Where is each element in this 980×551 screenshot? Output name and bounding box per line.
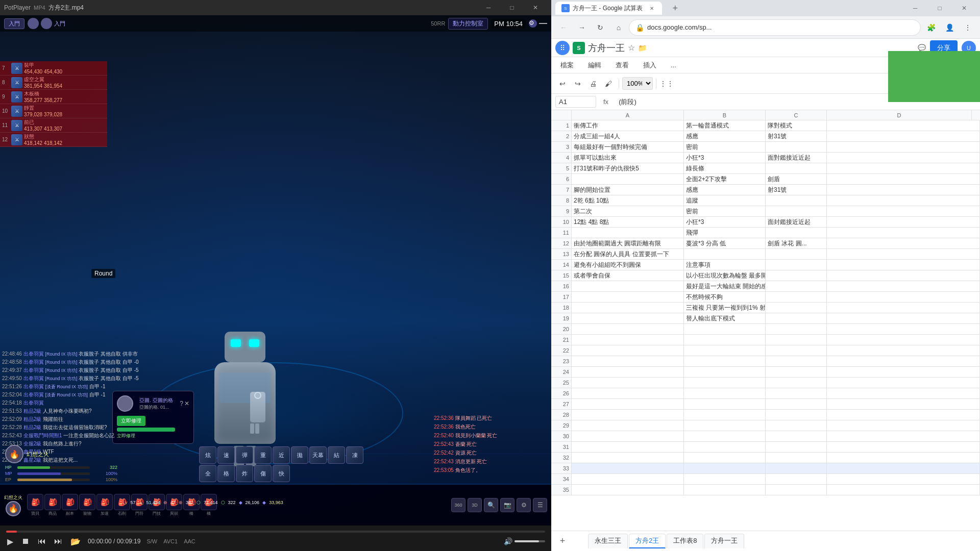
cell-c15[interactable] [766,270,827,281]
col-header-a[interactable]: A [572,110,684,120]
cell-b27[interactable] [684,399,766,409]
npc-dialog-close[interactable]: ✕ [184,400,189,407]
cell-c5[interactable] [766,163,827,173]
cell-c10[interactable]: 面封鑑接近近起 [766,217,827,227]
cell-a28[interactable] [572,410,684,420]
cell-a15[interactable]: 或者學會自保 [572,270,684,281]
cell-c32[interactable] [766,453,827,463]
table-row[interactable]: 26 [551,388,980,399]
cell-d9[interactable] [827,206,980,216]
home-button[interactable]: ⌂ [610,19,627,36]
cell-a35[interactable] [572,485,684,495]
table-row[interactable]: 17 不然時候不夠 [551,292,980,303]
table-row[interactable]: 29 [551,420,980,431]
cell-b1[interactable]: 第一輪普通模式 [684,120,766,131]
cell-c27[interactable] [766,399,827,409]
cell-a18[interactable] [572,303,684,313]
table-row[interactable]: 3 每組最好有一個對時候完備 密前 [551,142,980,153]
open-button[interactable]: 📂 [69,537,82,546]
extensions-button[interactable]: 🧩 [923,19,939,36]
cell-c35[interactable] [766,485,827,495]
cell-c6[interactable]: 劍盾 [766,174,827,184]
volume-control[interactable]: 🔊 [504,537,545,545]
more-tools-button[interactable]: ⋮⋮ [659,77,674,91]
progress-bar[interactable] [6,531,545,533]
sheet-tab-永生三王[interactable]: 永生三王 [588,534,628,548]
cell-d2[interactable] [827,131,980,141]
cell-b15[interactable]: 以小狂出現次數為輪盤 最多開20 [684,270,766,281]
cell-d7[interactable] [827,185,980,195]
close-button[interactable]: ✕ [524,0,547,15]
cell-d23[interactable] [827,356,980,366]
cell-d3[interactable] [827,142,980,152]
cell-d4[interactable] [827,153,980,163]
cell-a33[interactable] [572,463,684,473]
cell-d18[interactable] [827,303,980,313]
cell-b18[interactable]: 三複複 只要第一複到到1% 射91 [684,303,766,313]
npc-dialog-help[interactable]: ? [180,400,183,407]
cell-d10[interactable] [827,217,980,227]
cell-a1[interactable]: 衝傳工作 [572,120,684,131]
table-row[interactable]: 6 全面2+2下攻擊 劍盾 [551,174,980,185]
cell-b32[interactable] [684,453,766,463]
url-bar[interactable]: 🔒 docs.google.com/sp... [629,19,921,36]
cell-a19[interactable] [572,313,684,323]
table-row[interactable]: 23 [551,356,980,367]
table-row[interactable]: 15 或者學會自保 以小狂出現次數為輪盤 最多開20 [551,270,980,281]
cell-reference[interactable]: A1 [555,96,596,108]
cell-c13[interactable] [766,249,827,259]
forward-button[interactable]: → [574,19,590,36]
cell-a8[interactable]: 2乾 6點 10點 [572,195,684,206]
menu-more[interactable]: ... [668,59,679,71]
cell-d5[interactable] [827,163,980,173]
menu-view[interactable]: 查看 [612,59,632,72]
profile-button[interactable]: 👤 [941,19,958,36]
cell-a14[interactable]: 避免有小組組吃不到圓保 [572,260,684,270]
cell-b25[interactable] [684,378,766,388]
sheet-tab-方舟一王[interactable]: 方舟一王 [704,534,744,548]
table-row[interactable]: 8 2乾 6點 10點 追蹤 [551,195,980,206]
cell-d17[interactable] [827,292,980,302]
volume-bar[interactable] [514,540,545,542]
col-header-d[interactable]: D [827,110,972,120]
menu-edit[interactable]: 編輯 [585,59,604,72]
table-row[interactable]: 19 替人輸出底下模式 [551,313,980,324]
play-button[interactable]: ▶ [6,537,14,546]
new-tab-button[interactable]: + [668,1,682,15]
refresh-button[interactable]: ↻ [592,19,608,36]
redo-button[interactable]: ↪ [571,77,585,91]
table-row[interactable]: 27 [551,399,980,410]
cell-a17[interactable] [572,292,684,302]
table-row[interactable]: 31 [551,442,980,453]
table-row[interactable]: 14 避免有小組組吃不到圓保 注意事項 [551,260,980,270]
cell-b22[interactable] [684,345,766,356]
back-button[interactable]: ← [555,19,572,36]
cell-a22[interactable] [572,345,684,356]
star-icon[interactable]: ☆ [628,43,635,53]
cell-a24[interactable] [572,367,684,377]
cell-a23[interactable] [572,356,684,366]
cell-b7[interactable]: 感應 [684,185,766,195]
cell-b10[interactable]: 小狂*3 [684,217,766,227]
table-row[interactable]: 10 12點 4點 8點 小狂*3 面封鑑接近近起 [551,217,980,228]
table-row[interactable]: 22 [551,345,980,356]
cell-c1[interactable]: 隊對模式 [766,120,827,131]
cell-d21[interactable] [827,335,980,345]
cell-d1[interactable] [827,120,980,131]
cell-c21[interactable] [766,335,827,345]
cell-d19[interactable] [827,313,980,323]
npc-repair-button[interactable]: 立即修理 [117,416,145,426]
cell-c11[interactable] [766,228,827,238]
paint-format-button[interactable]: 🖌 [601,77,616,91]
cell-a29[interactable] [572,420,684,431]
col-header-c[interactable]: C [766,110,827,120]
table-row[interactable]: 20 [551,324,980,335]
cell-a13[interactable]: 在分配 圓保的人員具 位置要抓一下 [572,249,684,259]
active-tab[interactable]: S 方舟一王 - Google 試算表 ✕ [555,2,662,15]
comments-button[interactable]: 💬 [918,44,926,52]
google-apps-icon[interactable]: ⠿ [555,41,570,55]
table-row[interactable]: 9 第二次 密前 [551,206,980,217]
cell-d20[interactable] [827,324,980,334]
cell-a6[interactable] [572,174,684,184]
cell-a11[interactable] [572,228,684,238]
